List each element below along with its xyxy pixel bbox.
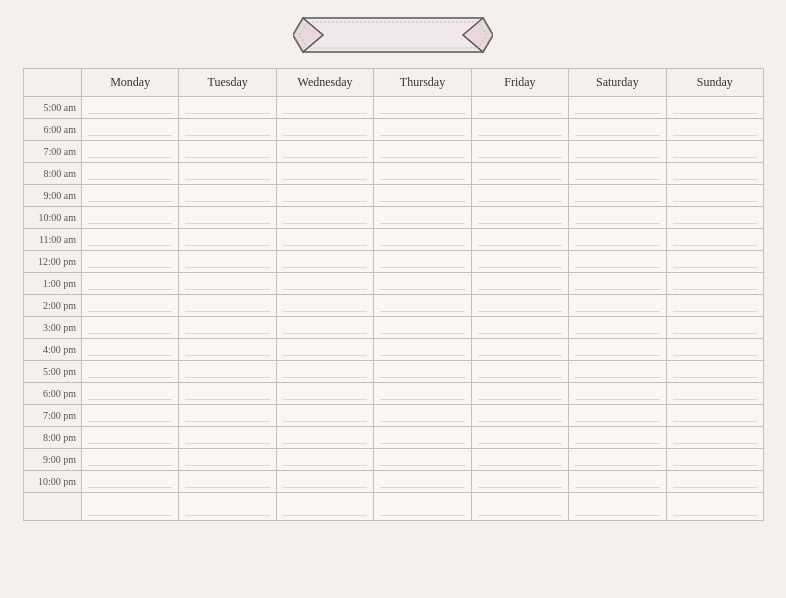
cell-sunday-10-00-am[interactable] <box>666 207 763 229</box>
cell-thursday-3-00-pm[interactable] <box>374 317 471 339</box>
cell-thursday-6-00-pm[interactable] <box>374 383 471 405</box>
cell-saturday-5-00-am[interactable] <box>569 97 666 119</box>
cell-monday-10-00-pm[interactable] <box>82 471 179 493</box>
cell-tuesday-10-00-am[interactable] <box>179 207 276 229</box>
cell-tuesday-9-00-am[interactable] <box>179 185 276 207</box>
cell-sunday-6-00-pm[interactable] <box>666 383 763 405</box>
cell-thursday-6-00-am[interactable] <box>374 119 471 141</box>
cell-monday-1-00-pm[interactable] <box>82 273 179 295</box>
cell-wednesday-5-00-pm[interactable] <box>276 361 373 383</box>
cell-saturday-10-00-pm[interactable] <box>569 471 666 493</box>
extra-cell-thursday[interactable] <box>374 493 471 521</box>
cell-friday-5-00-pm[interactable] <box>471 361 568 383</box>
cell-friday-6-00-am[interactable] <box>471 119 568 141</box>
cell-monday-12-00-pm[interactable] <box>82 251 179 273</box>
cell-wednesday-10-00-pm[interactable] <box>276 471 373 493</box>
cell-monday-8-00-am[interactable] <box>82 163 179 185</box>
cell-sunday-5-00-am[interactable] <box>666 97 763 119</box>
cell-tuesday-8-00-am[interactable] <box>179 163 276 185</box>
cell-wednesday-4-00-pm[interactable] <box>276 339 373 361</box>
cell-friday-12-00-pm[interactable] <box>471 251 568 273</box>
cell-friday-7-00-am[interactable] <box>471 141 568 163</box>
cell-friday-7-00-pm[interactable] <box>471 405 568 427</box>
cell-sunday-8-00-pm[interactable] <box>666 427 763 449</box>
cell-monday-2-00-pm[interactable] <box>82 295 179 317</box>
cell-saturday-12-00-pm[interactable] <box>569 251 666 273</box>
cell-saturday-9-00-pm[interactable] <box>569 449 666 471</box>
cell-friday-6-00-pm[interactable] <box>471 383 568 405</box>
cell-sunday-12-00-pm[interactable] <box>666 251 763 273</box>
cell-friday-1-00-pm[interactable] <box>471 273 568 295</box>
cell-tuesday-6-00-pm[interactable] <box>179 383 276 405</box>
extra-cell-sunday[interactable] <box>666 493 763 521</box>
cell-friday-5-00-am[interactable] <box>471 97 568 119</box>
cell-monday-7-00-pm[interactable] <box>82 405 179 427</box>
cell-saturday-6-00-am[interactable] <box>569 119 666 141</box>
cell-tuesday-3-00-pm[interactable] <box>179 317 276 339</box>
cell-saturday-1-00-pm[interactable] <box>569 273 666 295</box>
cell-thursday-9-00-pm[interactable] <box>374 449 471 471</box>
cell-saturday-7-00-pm[interactable] <box>569 405 666 427</box>
cell-thursday-8-00-am[interactable] <box>374 163 471 185</box>
cell-thursday-11-00-am[interactable] <box>374 229 471 251</box>
cell-monday-3-00-pm[interactable] <box>82 317 179 339</box>
cell-saturday-11-00-am[interactable] <box>569 229 666 251</box>
cell-thursday-8-00-pm[interactable] <box>374 427 471 449</box>
cell-monday-9-00-am[interactable] <box>82 185 179 207</box>
cell-monday-7-00-am[interactable] <box>82 141 179 163</box>
cell-monday-9-00-pm[interactable] <box>82 449 179 471</box>
cell-tuesday-9-00-pm[interactable] <box>179 449 276 471</box>
cell-tuesday-2-00-pm[interactable] <box>179 295 276 317</box>
cell-thursday-10-00-pm[interactable] <box>374 471 471 493</box>
cell-saturday-10-00-am[interactable] <box>569 207 666 229</box>
cell-tuesday-6-00-am[interactable] <box>179 119 276 141</box>
cell-wednesday-7-00-pm[interactable] <box>276 405 373 427</box>
cell-sunday-7-00-pm[interactable] <box>666 405 763 427</box>
cell-saturday-8-00-am[interactable] <box>569 163 666 185</box>
cell-monday-11-00-am[interactable] <box>82 229 179 251</box>
cell-tuesday-10-00-pm[interactable] <box>179 471 276 493</box>
cell-saturday-8-00-pm[interactable] <box>569 427 666 449</box>
cell-sunday-4-00-pm[interactable] <box>666 339 763 361</box>
cell-tuesday-4-00-pm[interactable] <box>179 339 276 361</box>
cell-tuesday-7-00-am[interactable] <box>179 141 276 163</box>
cell-sunday-2-00-pm[interactable] <box>666 295 763 317</box>
cell-friday-11-00-am[interactable] <box>471 229 568 251</box>
cell-thursday-7-00-am[interactable] <box>374 141 471 163</box>
cell-tuesday-1-00-pm[interactable] <box>179 273 276 295</box>
cell-sunday-6-00-am[interactable] <box>666 119 763 141</box>
extra-cell-tuesday[interactable] <box>179 493 276 521</box>
cell-wednesday-9-00-pm[interactable] <box>276 449 373 471</box>
cell-thursday-5-00-am[interactable] <box>374 97 471 119</box>
cell-sunday-10-00-pm[interactable] <box>666 471 763 493</box>
cell-wednesday-6-00-am[interactable] <box>276 119 373 141</box>
cell-sunday-1-00-pm[interactable] <box>666 273 763 295</box>
cell-friday-9-00-am[interactable] <box>471 185 568 207</box>
cell-wednesday-1-00-pm[interactable] <box>276 273 373 295</box>
cell-thursday-7-00-pm[interactable] <box>374 405 471 427</box>
cell-thursday-4-00-pm[interactable] <box>374 339 471 361</box>
cell-tuesday-7-00-pm[interactable] <box>179 405 276 427</box>
cell-friday-2-00-pm[interactable] <box>471 295 568 317</box>
cell-thursday-12-00-pm[interactable] <box>374 251 471 273</box>
cell-sunday-3-00-pm[interactable] <box>666 317 763 339</box>
cell-tuesday-5-00-am[interactable] <box>179 97 276 119</box>
cell-sunday-9-00-am[interactable] <box>666 185 763 207</box>
cell-monday-4-00-pm[interactable] <box>82 339 179 361</box>
cell-wednesday-9-00-am[interactable] <box>276 185 373 207</box>
cell-tuesday-8-00-pm[interactable] <box>179 427 276 449</box>
cell-saturday-6-00-pm[interactable] <box>569 383 666 405</box>
cell-wednesday-8-00-am[interactable] <box>276 163 373 185</box>
cell-tuesday-5-00-pm[interactable] <box>179 361 276 383</box>
cell-monday-5-00-pm[interactable] <box>82 361 179 383</box>
cell-wednesday-3-00-pm[interactable] <box>276 317 373 339</box>
cell-saturday-2-00-pm[interactable] <box>569 295 666 317</box>
cell-wednesday-10-00-am[interactable] <box>276 207 373 229</box>
cell-friday-8-00-pm[interactable] <box>471 427 568 449</box>
extra-cell-wednesday[interactable] <box>276 493 373 521</box>
cell-thursday-5-00-pm[interactable] <box>374 361 471 383</box>
cell-friday-10-00-pm[interactable] <box>471 471 568 493</box>
extra-cell-friday[interactable] <box>471 493 568 521</box>
cell-monday-5-00-am[interactable] <box>82 97 179 119</box>
cell-monday-6-00-am[interactable] <box>82 119 179 141</box>
